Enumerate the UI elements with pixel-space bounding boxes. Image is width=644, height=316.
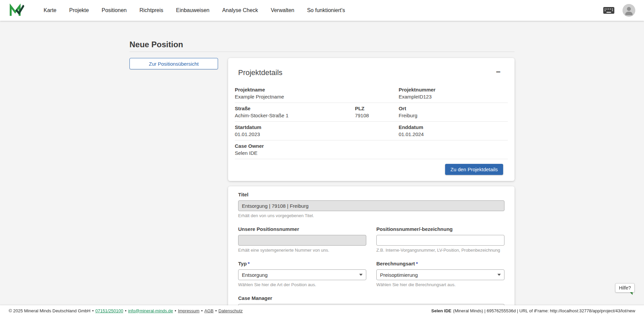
- positionsnummer-field: Positionsnummer/-bezeichnung Z.B. Intern…: [376, 226, 504, 253]
- positionsnummer-label: Positionsnummer/-bezeichnung: [376, 226, 504, 232]
- help-button[interactable]: Hilfe?: [615, 283, 635, 293]
- copyright-text: © 2025 Mineral Minds Deutschland GmbH: [9, 308, 91, 313]
- collapse-card-icon[interactable]: –: [496, 68, 500, 75]
- separator: •: [125, 308, 126, 313]
- top-navbar: Karte Projekte Positionen Richtpreis Ein…: [0, 0, 644, 21]
- titel-helper: Erhält den von uns vorgegebenen Titel.: [238, 213, 504, 218]
- unsere-positionsnummer-label: Unsere Positionsnummer: [238, 226, 366, 232]
- unsere-positionsnummer-input: [238, 235, 366, 246]
- title-divider: [129, 52, 515, 52]
- typ-helper: Wählen Sie hier die Art der Position aus…: [238, 282, 366, 287]
- mineral-minds-logo[interactable]: [9, 3, 25, 17]
- titel-field: Titel Erhält den von uns vorgegebenen Ti…: [238, 192, 504, 218]
- berechnungsart-helper: Wählen Sie hier die Berechnungsart aus.: [376, 282, 504, 287]
- case-owner-value: Selen IDE: [235, 150, 508, 156]
- agb-link[interactable]: AGB: [204, 308, 213, 313]
- separator: •: [92, 308, 94, 313]
- help-bubble-tail-icon: [630, 292, 633, 295]
- nav-item-richtpreis[interactable]: Richtpreis: [140, 7, 163, 13]
- nav-item-analyse-check[interactable]: Analyse Check: [222, 7, 258, 13]
- berechnungsart-select[interactable]: Preisoptimierung: [376, 269, 504, 280]
- strasse-label: Straße: [235, 106, 355, 111]
- unsere-positionsnummer-helper: Erhält eine systemgenerierte Nummer von …: [238, 248, 366, 253]
- plz-value: 79108: [355, 113, 398, 118]
- typ-required-mark: *: [248, 261, 250, 266]
- footer-session-info: Selen IDE (Mineral Minds) | 69576255536d…: [431, 308, 635, 313]
- projektname-label: Projektname: [235, 87, 398, 92]
- nav-item-karte[interactable]: Karte: [44, 7, 56, 13]
- nav-item-projekte[interactable]: Projekte: [69, 7, 89, 13]
- typ-select-value: Entsorgung: [242, 272, 268, 278]
- avatar-icon[interactable]: [623, 4, 635, 17]
- table-row: Projektname Example Projectname Projektn…: [235, 84, 508, 103]
- berechnungsart-select-value: Preisoptimierung: [380, 272, 418, 278]
- typ-field: Typ* Entsorgung Wählen Sie hier die Art …: [238, 261, 366, 287]
- table-row: Straße Achim-Stocker-Straße 1 PLZ 79108 …: [235, 103, 508, 122]
- typ-select[interactable]: Entsorgung: [238, 269, 366, 280]
- case-manager-label: Case Manager: [238, 295, 504, 301]
- chevron-down-icon: [497, 274, 501, 276]
- enddatum-value: 01.01.2024: [398, 131, 508, 137]
- back-to-positions-button[interactable]: Zur Positionsübersicht: [129, 58, 218, 69]
- project-details-card: Projektdetails – Projektname Example Pro…: [228, 58, 515, 181]
- enddatum-label: Enddatum: [398, 124, 508, 130]
- plz-label: PLZ: [355, 106, 398, 111]
- startdatum-value: 01.01.2023: [235, 131, 398, 137]
- session-details: (Mineral Minds) | 69576255536d | URL of …: [453, 308, 635, 313]
- ort-value: Freiburg: [398, 113, 508, 118]
- nav-item-verwalten[interactable]: Verwalten: [271, 7, 294, 13]
- nav-item-einbauweisen[interactable]: Einbauweisen: [176, 7, 210, 13]
- startdatum-label: Startdatum: [235, 124, 398, 130]
- projektnummer-value: ExampleID123: [398, 94, 508, 100]
- help-button-label: Hilfe?: [619, 285, 631, 291]
- logo-m-icon: [9, 4, 24, 17]
- titel-input: [238, 200, 504, 211]
- separator: •: [175, 308, 176, 313]
- berechnungsart-field: Berechnungsart* Preisoptimierung Wählen …: [376, 261, 504, 287]
- main-content: Neue Position Zur Positionsübersicht Pro…: [0, 21, 644, 316]
- separator: •: [215, 308, 217, 313]
- berechnungsart-required-mark: *: [416, 261, 418, 266]
- session-user: Selen IDE: [431, 308, 451, 313]
- titel-label: Titel: [238, 192, 504, 198]
- separator: •: [201, 308, 203, 313]
- position-form-card: Titel Erhält den von uns vorgegebenen Ti…: [228, 186, 515, 316]
- unsere-positionsnummer-field: Unsere Positionsnummer Erhält eine syste…: [238, 226, 366, 253]
- projektname-value: Example Projectname: [235, 94, 398, 100]
- positionsnummer-helper: Z.B. Interne-Vorgangsnummer, LV-Position…: [376, 248, 504, 253]
- phone-link[interactable]: 07151/250100: [95, 308, 123, 313]
- table-row: Startdatum 01.01.2023 Enddatum 01.01.202…: [235, 122, 508, 140]
- berechnungsart-label: Berechnungsart: [376, 261, 415, 266]
- impressum-link[interactable]: Impressum: [178, 308, 199, 313]
- chevron-down-icon: [359, 274, 363, 276]
- nav-right-actions: [603, 4, 635, 17]
- positionsnummer-input[interactable]: [376, 235, 504, 246]
- project-details-button[interactable]: Zu den Projektdetails: [445, 164, 503, 175]
- keyboard-icon[interactable]: [603, 6, 614, 14]
- strasse-value: Achim-Stocker-Straße 1: [235, 113, 355, 118]
- typ-label: Typ: [238, 261, 247, 266]
- project-card-title: Projektdetails: [238, 68, 282, 77]
- datenschutz-link[interactable]: Datenschutz: [218, 308, 243, 313]
- page-title: Neue Position: [129, 40, 515, 49]
- case-owner-label: Case Owner: [235, 143, 508, 149]
- footer: © 2025 Mineral Minds Deutschland GmbH • …: [0, 305, 644, 316]
- footer-left: © 2025 Mineral Minds Deutschland GmbH • …: [9, 308, 243, 313]
- table-row: Case Owner Selen IDE: [235, 140, 508, 159]
- email-link[interactable]: info@mineral-minds.de: [128, 308, 173, 313]
- projektnummer-label: Projektnummer: [398, 87, 508, 92]
- nav-menu: Karte Projekte Positionen Richtpreis Ein…: [44, 7, 345, 13]
- ort-label: Ort: [398, 106, 508, 111]
- nav-item-so-funktionierts[interactable]: So funktioniert's: [307, 7, 345, 13]
- project-details-table: Projektname Example Projectname Projektn…: [235, 84, 508, 159]
- nav-item-positionen[interactable]: Positionen: [102, 7, 127, 13]
